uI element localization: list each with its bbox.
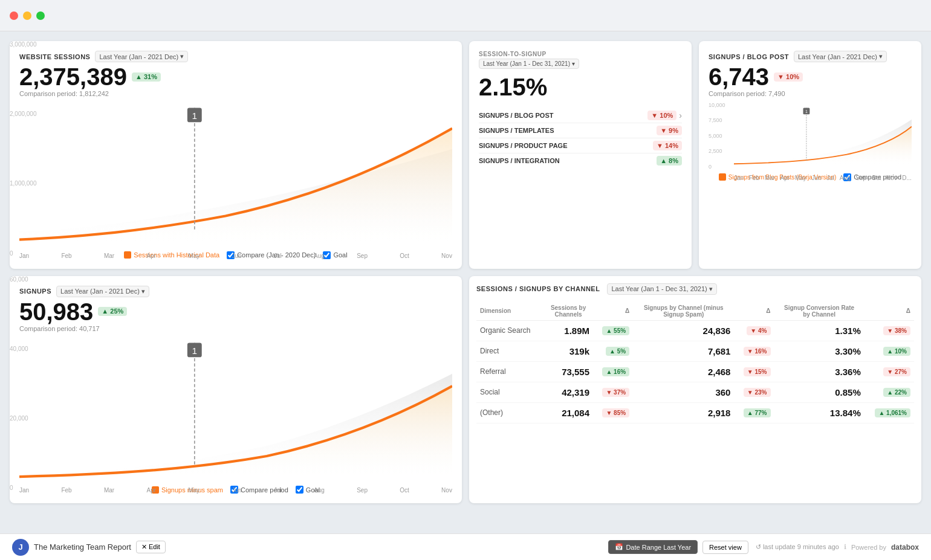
td-dimension: (Other): [476, 402, 543, 423]
funnel-blog-badge: ▼ 10%: [647, 111, 676, 120]
bottom-bar-left: J The Marketing Team Report ✕ Edit: [12, 539, 601, 556]
report-avatar: J: [12, 539, 29, 556]
signups-dropdown[interactable]: Last Year (Jan - 2021 Dec) ▾: [56, 286, 149, 297]
last-update: ↺ last update 9 minutes ago: [756, 543, 839, 551]
td-sessions: 42,319: [543, 382, 593, 402]
td-signups: 24,836: [633, 320, 734, 341]
td-convrate-delta: ▼ 38%: [864, 320, 914, 341]
conversion-dropdown[interactable]: Last Year (Jan 1 - Dec 31, 2021) ▾: [479, 59, 579, 69]
signup-funnel-card: SESSION-TO-SIGNUP Last Year (Jan 1 - Dec…: [469, 41, 692, 269]
legend-blog-box: [719, 173, 726, 181]
td-dimension: Social: [476, 382, 543, 402]
signups-svg: 1: [19, 337, 452, 483]
blog-post-chart-container: 10,000 7,500 5,000 2,500 0 1: [709, 102, 912, 170]
session-to-signup-label: SESSION-TO-SIGNUP: [479, 51, 682, 57]
td-signups: 2,918: [633, 402, 734, 423]
col-convrate: Signup Conversion Rateby Channel: [774, 302, 864, 321]
table-dropdown[interactable]: Last Year (Jan 1 - Dec 31, 2021) ▾: [607, 283, 716, 295]
bottom-bar: J The Marketing Team Report ✕ Edit 📅 Dat…: [0, 533, 931, 560]
td-signups-delta: ▲ 77%: [734, 402, 774, 423]
minimize-dot[interactable]: [23, 11, 31, 20]
dashboard: WEBSITE SESSIONS Last Year (Jan - 2021 D…: [0, 31, 931, 513]
blog-post-badge: ▼ 10%: [774, 72, 803, 82]
blog-post-header: SIGNUPS / BLOG POST Last Year (Jan - 202…: [709, 51, 912, 62]
svg-text:1: 1: [805, 109, 808, 114]
funnel-list: SIGNUPS / BLOG POST ▼ 10% › SIGNUPS / TE…: [479, 108, 682, 168]
col-signups: Signups by Channel (minusSignup Spam): [633, 302, 734, 321]
td-signups-delta: ▼ 23%: [734, 382, 774, 402]
blog-post-x-labels: JanFebMar AprMayJun JulAugSep OctNovD...: [734, 175, 912, 181]
td-dimension: Organic Search: [476, 320, 543, 341]
blog-post-svg: 1: [734, 102, 912, 170]
report-name: The Marketing Team Report: [34, 542, 131, 552]
website-sessions-comparison: Comparison period: 1,812,242: [19, 90, 452, 97]
table-header: SESSIONS / SIGNUPS BY CHANNEL Last Year …: [476, 283, 914, 295]
close-dot[interactable]: [10, 11, 18, 20]
td-dimension: Referral: [476, 361, 543, 382]
blog-post-title: SIGNUPS / BLOG POST: [709, 53, 789, 60]
website-sessions-svg: 1: [19, 102, 452, 248]
col-dimension: Dimension: [476, 302, 543, 321]
website-sessions-chart: 1 JanFebMar AprMayJun JulAugSep OctNov: [19, 102, 452, 248]
td-dimension: Direct: [476, 341, 543, 361]
blog-post-comparison: Comparison period: 7,490: [709, 90, 912, 97]
td-sessions-delta: ▲ 5%: [593, 341, 633, 361]
blog-post-card: SIGNUPS / BLOG POST Last Year (Jan - 202…: [699, 41, 921, 269]
col-sessions: Sessions byChannels: [543, 302, 593, 321]
td-convrate: 0.85%: [774, 382, 864, 402]
powered-by: Powered by: [851, 544, 886, 551]
td-signups-delta: ▼ 15%: [734, 361, 774, 382]
website-sessions-card: WEBSITE SESSIONS Last Year (Jan - 2021 D…: [10, 41, 462, 269]
signups-comparison: Comparison period: 40,717: [19, 325, 452, 332]
maximize-dot[interactable]: [36, 11, 45, 20]
bottom-bar-center: 📅 Date Range Last Year Reset view: [608, 540, 748, 554]
signups-chart: 1 JanFebMar AprMayJun JulAugSep OctNov: [19, 337, 452, 483]
website-sessions-badge: ▲ 31%: [132, 72, 161, 82]
website-sessions-x-labels: JanFebMar AprMayJun JulAugSep OctNov: [19, 253, 452, 259]
td-signups: 7,681: [633, 341, 734, 361]
edit-button[interactable]: ✕ Edit: [136, 541, 166, 553]
td-signups: 2,468: [633, 361, 734, 382]
td-convrate: 3.36%: [774, 361, 864, 382]
sessions-by-channel-card: SESSIONS / SIGNUPS BY CHANNEL Last Year …: [469, 276, 921, 504]
table-row: Direct 319k ▲ 5% 7,681 ▼ 16% 3.30% ▲ 10%: [476, 341, 914, 361]
title-bar: [0, 0, 931, 31]
td-sessions: 73,555: [543, 361, 593, 382]
blog-post-dropdown[interactable]: Last Year (Jan - 2021 Dec) ▾: [794, 51, 887, 62]
td-sessions-delta: ▲ 16%: [593, 361, 633, 382]
reset-view-button[interactable]: Reset view: [702, 541, 748, 554]
td-sessions-delta: ▼ 37%: [593, 382, 633, 402]
td-sessions-delta: ▼ 85%: [593, 402, 633, 423]
table-row: (Other) 21,084 ▼ 85% 2,918 ▲ 77% 13.84% …: [476, 402, 914, 423]
website-sessions-dropdown[interactable]: Last Year (Jan - 2021 Dec) ▾: [95, 51, 188, 62]
svg-text:1: 1: [192, 111, 198, 121]
funnel-templates-badge: ▼ 9%: [657, 126, 682, 135]
signups-chart-container: 60,000 40,000 20,000 0 1 JanFebMar AprMa…: [19, 337, 452, 483]
funnel-item-templates: SIGNUPS / TEMPLATES ▼ 9%: [479, 123, 682, 138]
table-row: Organic Search 1.89M ▲ 55% 24,836 ▼ 4% 1…: [476, 320, 914, 341]
td-convrate: 13.84%: [774, 402, 864, 423]
td-signups-delta: ▼ 16%: [734, 341, 774, 361]
td-convrate-delta: ▲ 1,061%: [864, 402, 914, 423]
channel-table: Dimension Sessions byChannels Δ Signups …: [476, 302, 914, 423]
td-sessions: 21,084: [543, 402, 593, 423]
td-convrate-delta: ▲ 22%: [864, 382, 914, 402]
funnel-item-integration: SIGNUPS / INTEGRATION ▲ 8%: [479, 153, 682, 168]
td-sessions-delta: ▲ 55%: [593, 320, 633, 341]
td-convrate: 1.31%: [774, 320, 864, 341]
top-right-area: SESSION-TO-SIGNUP Last Year (Jan 1 - Dec…: [469, 41, 921, 269]
table-row: Referral 73,555 ▲ 16% 2,468 ▼ 15% 3.36% …: [476, 361, 914, 382]
funnel-item-product: SIGNUPS / PRODUCT PAGE ▼ 14%: [479, 138, 682, 153]
website-sessions-chart-container: 3,000,000 2,000,000 1,000,000 0: [19, 102, 452, 248]
td-convrate: 3.30%: [774, 341, 864, 361]
signups-card: SIGNUPS Last Year (Jan - 2021 Dec) ▾ 50,…: [10, 276, 462, 504]
date-range-button[interactable]: 📅 Date Range Last Year: [608, 540, 698, 554]
funnel-integration-badge: ▲ 8%: [657, 156, 682, 166]
signups-header: SIGNUPS Last Year (Jan - 2021 Dec) ▾: [19, 286, 452, 297]
signups-x-labels: JanFebMar AprMayJun JulAugSep OctNov: [19, 487, 452, 494]
blog-post-y-axis: 10,000 7,500 5,000 2,500 0: [709, 102, 734, 170]
blog-post-value: 6,743 ▼ 10%: [709, 65, 912, 89]
funnel-item-blog: SIGNUPS / BLOG POST ▼ 10% ›: [479, 108, 682, 123]
svg-text:1: 1: [192, 346, 198, 356]
website-sessions-value: 2,375,389 ▲ 31%: [19, 65, 452, 89]
